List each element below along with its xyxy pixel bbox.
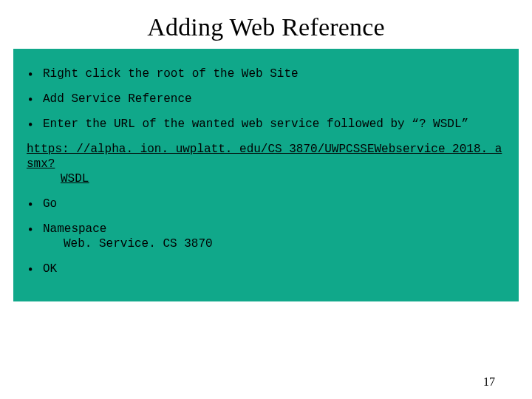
bullet-ok: OK xyxy=(22,262,510,276)
bullet-go: Go xyxy=(22,197,510,211)
slide-body: Right click the root of the Web Site Add… xyxy=(13,49,519,301)
service-url-line1: https: //alpha. ion. uwplatt. edu/CS 387… xyxy=(27,143,502,171)
bullet-right-click: Right click the root of the Web Site xyxy=(22,66,510,81)
page-number: 17 xyxy=(483,375,495,389)
service-url: https: //alpha. ion. uwplatt. edu/CS 387… xyxy=(22,142,510,186)
service-url-line2: WSDL xyxy=(27,171,505,186)
slide-title: Adding Web Reference xyxy=(0,0,532,49)
bullet-namespace-value: Web. Service. CS 3870 xyxy=(43,236,510,251)
bullet-namespace: Namespace Web. Service. CS 3870 xyxy=(22,222,510,251)
bullet-namespace-label: Namespace xyxy=(43,222,106,236)
bullet-enter-url: Enter the URL of the wanted web service … xyxy=(22,117,510,132)
bullet-add-service-reference: Add Service Reference xyxy=(22,92,510,106)
